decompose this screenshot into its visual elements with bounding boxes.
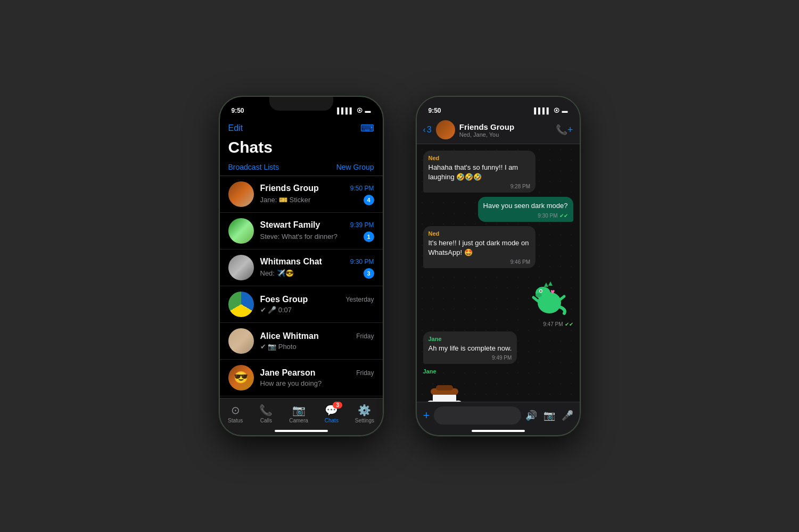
avatar-jane-pearson: 😎: [228, 365, 254, 390]
message-ned-laugh: Ned Hahaha that's so funny!! I am laughi…: [423, 151, 536, 193]
chat-name-foes-group: Foes Group: [260, 295, 308, 304]
tab-calls[interactable]: 📞 Calls: [259, 404, 273, 423]
message-ned-here: Ned It's here!! I just got dark mode on …: [423, 226, 536, 268]
wifi-icon: ⦿: [357, 107, 363, 114]
chat-time-jane-pearson: Friday: [356, 369, 374, 377]
chat-time-alice-whitman: Friday: [356, 332, 374, 340]
signal-icon-right: ▌▌▌▌: [534, 107, 550, 114]
battery-icon-right: ▬: [562, 107, 568, 114]
tab-settings[interactable]: ⚙️ Settings: [355, 404, 374, 423]
msg-time-ned-here: 9:46 PM: [429, 259, 531, 265]
microphone-icon[interactable]: 🎤: [562, 410, 573, 421]
msg-time-sent-darkmode: 9:30 PM ✔✔: [483, 213, 568, 219]
status-bar-right: 9:50 ▌▌▌▌ ⦿ ▬: [417, 97, 580, 120]
add-attachment-button[interactable]: +: [423, 409, 430, 422]
home-indicator-left: [275, 430, 328, 432]
tab-chats-label: Chats: [325, 418, 339, 423]
battery-icon: ▬: [365, 107, 371, 114]
svg-line-7: [559, 296, 564, 301]
status-bar-left: 9:50 ▌▌▌▌ ⦿ ▬: [220, 97, 383, 120]
input-action-icons: 🔊 📷 🎤: [525, 410, 573, 421]
left-screen: 9:50 ▌▌▌▌ ⦿ ▬ Edit ⌨ Chats Broadcast Lis…: [220, 97, 383, 435]
message-sent-darkmode: Have you seen dark mode? 9:30 PM ✔✔: [478, 197, 573, 221]
header-members: Ned, Jane, You: [459, 131, 551, 138]
chat-time-stewart-family: 9:39 PM: [350, 221, 374, 229]
svg-marker-9: [548, 281, 553, 286]
chat-time-friends-group: 9:50 PM: [350, 185, 374, 192]
chats-nav: Edit ⌨: [220, 120, 383, 138]
tab-camera[interactable]: 📷 Camera: [289, 404, 308, 423]
chat-preview-foes-group: ✔ 🎤 0:07: [260, 306, 292, 314]
wifi-icon-right: ⦿: [554, 107, 559, 114]
sticker-coffee: [423, 377, 466, 402]
tab-calls-label: Calls: [260, 418, 272, 423]
message-jane-complete: Jane Ah my life is complete now. 9:49 PM: [423, 331, 517, 364]
msg-text-ned-laugh: Hahaha that's so funny!! I am laughing 🤣…: [429, 163, 531, 182]
svg-marker-8: [544, 282, 548, 287]
camera-input-icon[interactable]: 📷: [543, 410, 555, 421]
svg-text:♥: ♥: [550, 287, 555, 296]
chat-list: Friends Group 9:50 PM Jane: 🎫 Sticker 4: [220, 176, 383, 398]
sender-jane-1: Jane: [429, 336, 512, 342]
chat-item-whitmans-chat[interactable]: Whitmans Chat 9:30 PM Ned: ✈️😎 3: [220, 250, 383, 286]
chats-title: Chats: [220, 138, 383, 161]
chat-name-stewart-family: Stewart Family: [260, 220, 320, 230]
broadcast-lists-btn[interactable]: Broadcast Lists: [228, 163, 279, 171]
status-icons-left: ▌▌▌▌ ⦿ ▬: [337, 107, 370, 114]
status-icon: ⊙: [231, 404, 240, 417]
chat-item-foes-group[interactable]: Foes Group Yesterday ✔ 🎤 0:07: [220, 286, 383, 323]
chat-item-friends-group[interactable]: Friends Group 9:50 PM Jane: 🎫 Sticker 4: [220, 176, 383, 213]
audio-icon[interactable]: 🔊: [525, 410, 537, 421]
svg-point-4: [536, 293, 542, 297]
header-avatar-friends-group: [436, 120, 455, 139]
tab-camera-label: Camera: [289, 418, 308, 423]
left-phone: 9:50 ▌▌▌▌ ⦿ ▬ Edit ⌨ Chats Broadcast Lis…: [219, 96, 384, 436]
svg-rect-12: [436, 385, 453, 390]
message-sticker-coffee: Jane: [423, 368, 466, 402]
avatar-alice-whitman: [228, 328, 254, 354]
edit-button[interactable]: Edit: [228, 123, 243, 133]
back-count: 3: [427, 125, 432, 135]
chat-preview-alice-whitman: ✔ 📷 Photo: [260, 343, 296, 351]
badge-stewart-family: 1: [364, 231, 374, 242]
msg-text-sent-darkmode: Have you seen dark mode?: [483, 201, 568, 211]
chat-name-jane-pearson: Jane Pearson: [260, 368, 316, 378]
signal-icon: ▌▌▌▌: [337, 107, 353, 114]
message-sticker-dino: ♥ 9:47 PM ✔✔: [525, 272, 573, 327]
tab-chats[interactable]: 💬 3 Chats: [325, 404, 339, 423]
tab-status[interactable]: ⊙ Status: [228, 404, 243, 423]
call-button[interactable]: 📞+: [556, 124, 573, 136]
compose-button[interactable]: ⌨: [360, 122, 374, 134]
check-icon-sent: ✔✔: [559, 213, 568, 219]
message-input[interactable]: [434, 406, 521, 425]
calls-icon: 📞: [259, 404, 273, 417]
chat-time-whitmans-chat: 9:30 PM: [350, 258, 374, 265]
header-group-name: Friends Group: [459, 122, 551, 131]
svg-point-3: [540, 290, 541, 292]
chat-item-stewart-family[interactable]: Stewart Family 9:39 PM Steve: What's for…: [220, 213, 383, 250]
camera-icon: 📷: [292, 404, 306, 417]
msg-time-sticker-dino: 9:47 PM ✔✔: [525, 321, 573, 327]
chat-info-whitmans-chat: Whitmans Chat 9:30 PM Ned: ✈️😎 3: [260, 257, 374, 279]
chat-item-jane-pearson[interactable]: 😎 Jane Pearson Friday How are you doing?: [220, 360, 383, 396]
right-phone: 9:50 ▌▌▌▌ ⦿ ▬ ‹ 3 Friends Group Ned, Jan…: [416, 96, 581, 436]
messages-area: Ned Hahaha that's so funny!! I am laughi…: [417, 144, 580, 402]
new-group-btn[interactable]: New Group: [336, 163, 374, 171]
chats-subheader: Broadcast Lists New Group: [220, 161, 383, 176]
chat-info-friends-group: Friends Group 9:50 PM Jane: 🎫 Sticker 4: [260, 184, 374, 205]
avatar-friends-group: [228, 181, 254, 207]
chat-name-alice-whitman: Alice Whitman: [260, 331, 319, 341]
chats-screen: 9:50 ▌▌▌▌ ⦿ ▬ Edit ⌨ Chats Broadcast Lis…: [220, 97, 383, 435]
msg-text-jane-complete: Ah my life is complete now.: [429, 344, 512, 353]
check-icon-sticker: ✔✔: [565, 321, 573, 327]
home-indicator-right: [472, 430, 525, 432]
avatar-foes-group: [228, 292, 254, 317]
back-button[interactable]: ‹ 3: [423, 125, 432, 135]
chat-name-whitmans-chat: Whitmans Chat: [260, 257, 322, 267]
chat-preview-stewart-family: Steve: What's for dinner?: [260, 232, 338, 240]
back-chevron-icon: ‹: [423, 125, 426, 135]
msg-time-jane-complete: 9:49 PM: [429, 355, 512, 361]
chat-item-alice-whitman[interactable]: Alice Whitman Friday ✔ 📷 Photo: [220, 323, 383, 360]
chat-info-alice-whitman: Alice Whitman Friday ✔ 📷 Photo: [260, 331, 374, 351]
tab-status-label: Status: [228, 418, 243, 423]
